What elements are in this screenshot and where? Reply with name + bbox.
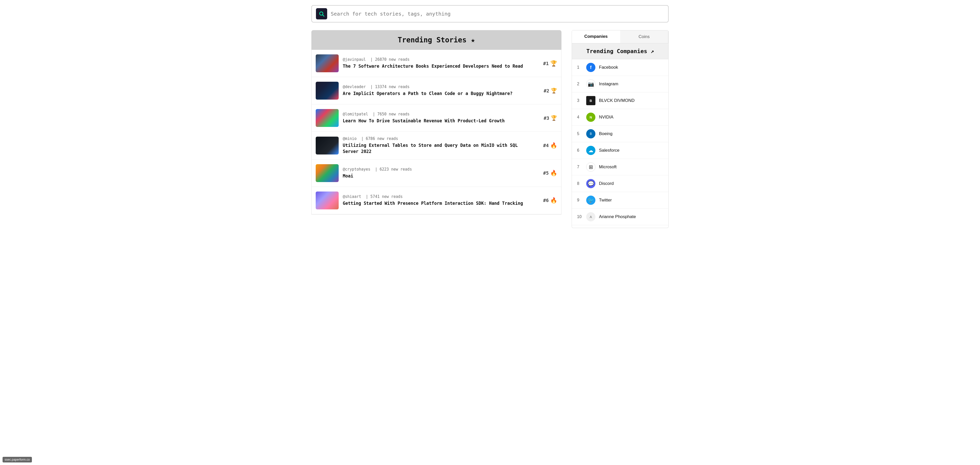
story-meta: @minio | 6786 new reads [343, 136, 535, 141]
companies-title-bar: Trending Companies ↗ [572, 43, 668, 59]
story-rank: #3 🏆 [539, 115, 557, 121]
company-logo: B [586, 129, 595, 139]
story-title: The 7 Software Architecture Books Experi… [343, 63, 535, 70]
story-rank: #1 🏆 [539, 60, 557, 67]
rank-number: #2 [544, 88, 549, 94]
story-meta: @javinpaul | 26870 new reads [343, 57, 535, 62]
story-item[interactable]: @cryptohayes | 6223 new reads Moai #5 🔥 [312, 159, 561, 187]
story-info: @shiaart | 5741 new reads Getting Starte… [343, 194, 535, 207]
company-rank: 2 [577, 82, 583, 86]
company-name: Facebook [599, 65, 618, 70]
company-item[interactable]: 10 A Arianne Phosphate [572, 209, 668, 225]
story-title: Moai [343, 173, 535, 179]
rank-number: #1 [543, 61, 549, 66]
story-info: @cryptohayes | 6223 new reads Moai [343, 167, 535, 179]
company-item[interactable]: 7 ⊞ Microsoft [572, 159, 668, 175]
company-logo: ⊞ [586, 162, 595, 172]
story-rank: #6 🔥 [539, 197, 557, 204]
story-info: @lomitpatel | 7650 new reads Learn How T… [343, 112, 535, 124]
stories-section: Trending Stories ★ @javinpaul | 26870 ne… [311, 30, 562, 215]
company-logo: 💬 [586, 179, 595, 188]
panel-tabs: CompaniesCoins [572, 30, 669, 43]
story-meta: @devleader | 13374 new reads [343, 84, 535, 89]
company-item[interactable]: 1 f Facebook [572, 59, 668, 76]
story-list: @javinpaul | 26870 new reads The 7 Softw… [311, 50, 562, 215]
company-rank: 3 [577, 98, 583, 103]
company-rank: 8 [577, 181, 583, 186]
companies-title: Trending Companies ↗ [577, 48, 663, 54]
rank-number: #3 [544, 115, 549, 121]
company-rank: 1 [577, 65, 583, 70]
story-info: @devleader | 13374 new reads Are Implici… [343, 84, 535, 97]
story-meta: @shiaart | 5741 new reads [343, 194, 535, 199]
story-item[interactable]: @minio | 6786 new reads Utilizing Extern… [312, 132, 561, 159]
story-meta: @lomitpatel | 7650 new reads [343, 112, 535, 116]
company-item[interactable]: 5 B Boeing [572, 126, 668, 142]
rank-badge: 🏆 [550, 60, 557, 67]
company-item[interactable]: 9 🐦 Twitter [572, 192, 668, 209]
story-info: @minio | 6786 new reads Utilizing Extern… [343, 136, 535, 155]
company-logo: 🐦 [586, 196, 595, 205]
company-logo: N [586, 113, 595, 122]
rank-number: #4 [543, 143, 549, 148]
company-logo: A [586, 212, 595, 221]
company-name: NVIDIA [599, 115, 614, 120]
story-thumbnail [316, 191, 339, 209]
story-title: Getting Started With Presence Platform I… [343, 201, 535, 207]
company-name: Instagram [599, 81, 618, 86]
search-bar[interactable] [311, 5, 669, 22]
rank-badge: 🏆 [551, 115, 557, 121]
story-info: @javinpaul | 26870 new reads The 7 Softw… [343, 57, 535, 70]
company-name: Boeing [599, 131, 612, 136]
company-name: Microsoft [599, 164, 617, 170]
company-item[interactable]: 8 💬 Discord [572, 175, 668, 192]
rank-number: #5 [543, 170, 549, 176]
company-rank: 7 [577, 165, 583, 169]
story-item[interactable]: @devleader | 13374 new reads Are Implici… [312, 77, 561, 104]
story-rank: #5 🔥 [539, 170, 557, 176]
company-name: Salesforce [599, 148, 619, 153]
story-item[interactable]: @lomitpatel | 7650 new reads Learn How T… [312, 104, 561, 132]
story-rank: #2 🏆 [539, 88, 557, 94]
company-item[interactable]: 4 N NVIDIA [572, 109, 668, 126]
panel-tab-companies[interactable]: Companies [572, 30, 620, 43]
story-thumbnail [316, 137, 339, 154]
story-meta: @cryptohayes | 6223 new reads [343, 167, 535, 172]
rank-badge: 🏆 [551, 88, 557, 94]
company-item[interactable]: 2 📷 Instagram [572, 76, 668, 92]
rank-number: #6 [543, 197, 549, 203]
main-content: Trending Stories ★ @javinpaul | 26870 ne… [311, 30, 669, 228]
company-rank: 9 [577, 198, 583, 202]
rank-badge: 🔥 [550, 170, 557, 176]
story-rank: #4 🔥 [539, 142, 557, 149]
company-item[interactable]: 6 ☁ Salesforce [572, 142, 668, 159]
search-input[interactable] [331, 11, 664, 17]
trending-stories-header: Trending Stories ★ [311, 30, 562, 50]
company-logo: f [586, 63, 595, 72]
story-title: Utilizing External Tables to Store and Q… [343, 142, 535, 155]
story-thumbnail [316, 109, 339, 127]
company-logo: 📷 [586, 80, 595, 89]
panel-tab-coins[interactable]: Coins [620, 30, 669, 43]
story-title: Learn How To Drive Sustainable Revenue W… [343, 118, 535, 124]
company-name: Discord [599, 181, 614, 186]
story-thumbnail [316, 164, 339, 182]
trending-stories-title: Trending Stories ★ [317, 36, 556, 44]
story-thumbnail [316, 82, 339, 100]
company-rank: 6 [577, 148, 583, 153]
story-item[interactable]: @javinpaul | 26870 new reads The 7 Softw… [312, 50, 561, 77]
company-rank: 4 [577, 115, 583, 119]
watermark: ssec.paperform.co [3, 457, 32, 462]
company-item[interactable]: 3 B BLVCK DIVMOND [572, 92, 668, 109]
company-name: Twitter [599, 197, 612, 203]
rank-badge: 🔥 [550, 142, 557, 149]
story-item[interactable]: @shiaart | 5741 new reads Getting Starte… [312, 187, 561, 214]
story-thumbnail [316, 54, 339, 72]
company-logo: ☁ [586, 146, 595, 155]
search-icon [316, 8, 327, 19]
company-name: BLVCK DIVMOND [599, 98, 635, 103]
company-rank: 5 [577, 132, 583, 136]
companies-box: Trending Companies ↗ 1 f Facebook 2 📷 In… [572, 43, 669, 228]
companies-list: 1 f Facebook 2 📷 Instagram 3 B BLVCK DIV… [572, 59, 668, 225]
company-rank: 10 [577, 215, 583, 219]
